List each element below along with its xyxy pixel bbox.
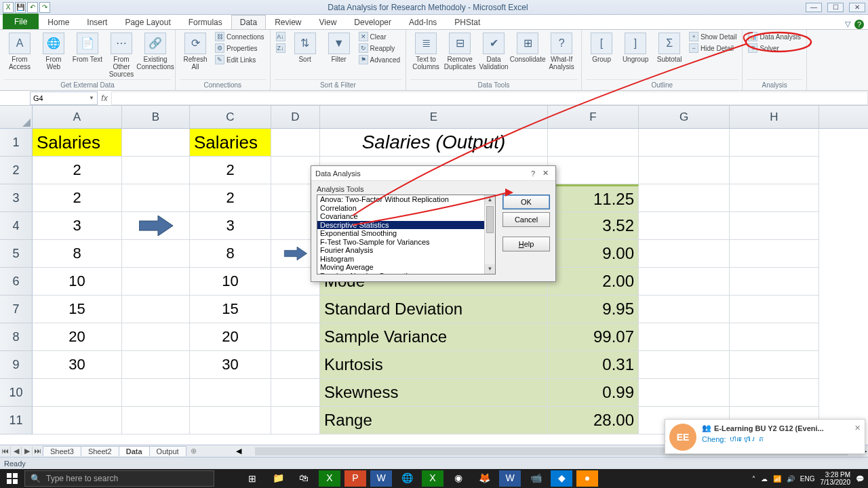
notification-toast[interactable]: EE 👥E-Learning BU Y2 G12 (Eveni... Cheng… (665, 419, 865, 454)
cell[interactable] (33, 379, 122, 407)
cell[interactable]: 2 (33, 184, 122, 212)
task-view-icon[interactable]: ⊞ (241, 470, 263, 487)
file-explorer-icon[interactable]: 📁 (267, 470, 289, 487)
row-header[interactable]: 4 (0, 212, 33, 240)
cell[interactable]: 15 (33, 296, 122, 323)
subtotal-button[interactable]: ΣSubtotal (654, 31, 685, 63)
cell[interactable] (639, 323, 730, 351)
cell[interactable]: 0.99 (548, 379, 639, 407)
from-web-button[interactable]: 🌐From Web (38, 31, 69, 70)
save-icon[interactable]: 💾 (15, 2, 26, 13)
sheet-tab[interactable]: Data (119, 446, 150, 456)
tab-formulas[interactable]: Formulas (180, 15, 231, 29)
refresh-all-button[interactable]: ⟳Refresh All (180, 31, 211, 70)
cell[interactable] (548, 129, 639, 157)
row-header[interactable]: 2 (0, 157, 33, 184)
cell[interactable] (122, 184, 190, 212)
from-access-button[interactable]: AFrom Access (4, 31, 35, 70)
cell[interactable] (730, 296, 819, 323)
cell[interactable]: Sample Variance (320, 323, 548, 351)
cell[interactable] (122, 296, 190, 323)
row-header[interactable]: 8 (0, 323, 33, 351)
sheet-nav-first[interactable]: ⏮ (0, 447, 11, 455)
row-header[interactable]: 5 (0, 240, 33, 268)
edge-icon[interactable]: 🌐 (396, 470, 418, 487)
analysis-tool-item[interactable]: Moving Average (317, 263, 495, 272)
dialog-help-icon[interactable]: ? (527, 169, 539, 178)
connections-button[interactable]: ⛓Connections (214, 31, 266, 42)
sheet-tab[interactable]: Sheet2 (81, 446, 119, 456)
tab-file[interactable]: File (3, 14, 39, 29)
cell[interactable] (122, 157, 190, 184)
chrome-icon[interactable]: ◉ (448, 470, 469, 487)
dialog-close-icon[interactable]: ✕ (539, 169, 551, 178)
cell[interactable]: 2 (190, 184, 271, 212)
remove-duplicates-button[interactable]: ⊟Remove Duplicates (444, 31, 475, 70)
action-center-icon[interactable]: 💬 (856, 475, 864, 483)
existing-conn-button[interactable]: 🔗Existing Connections (140, 31, 171, 70)
cell[interactable] (730, 379, 819, 407)
taskbar-search[interactable]: 🔍 Type here to search (24, 470, 214, 487)
listbox-scrollbar[interactable]: ▲ ▼ (484, 195, 495, 274)
new-sheet-button[interactable]: ⊕ (186, 447, 201, 455)
cell[interactable]: 8 (190, 240, 271, 268)
tab-review[interactable]: Review (266, 15, 310, 29)
data-analysis-button[interactable]: 📊Data Analysis (747, 31, 802, 42)
analysis-tool-item[interactable]: Histogram (317, 255, 495, 264)
cell[interactable]: 99.07 (548, 323, 639, 351)
name-box[interactable]: G4▼ (30, 92, 98, 105)
group-button[interactable]: [Group (586, 31, 617, 63)
cell[interactable]: Kurtosis (320, 351, 548, 379)
fx-icon[interactable]: fx (98, 94, 111, 103)
cell[interactable] (730, 268, 819, 296)
column-header[interactable]: F (548, 106, 639, 128)
cell[interactable]: Skewness (320, 379, 548, 407)
tab-phstat[interactable]: PHStat (446, 15, 489, 29)
hide-detail-button[interactable]: −Hide Detail (688, 43, 738, 54)
cell[interactable]: 2.00 (548, 268, 639, 296)
row-header[interactable]: 7 (0, 296, 33, 323)
cell[interactable] (122, 379, 190, 407)
app-icon[interactable]: ◆ (551, 470, 572, 487)
analysis-tool-item[interactable]: Anova: Two-Factor Without Replication (317, 195, 495, 204)
cell[interactable] (122, 407, 190, 434)
cell[interactable]: 3 (33, 212, 122, 240)
minimize-button[interactable]: — (806, 3, 822, 12)
system-clock[interactable]: 3:28 PM 7/13/2020 (821, 471, 851, 486)
ok-button[interactable]: OK (502, 195, 550, 209)
cell[interactable] (122, 268, 190, 296)
properties-button[interactable]: ⚙Properties (214, 43, 266, 54)
cell[interactable]: 3 (190, 212, 271, 240)
tab-developer[interactable]: Developer (345, 15, 400, 29)
analysis-tool-item[interactable]: Exponential Smoothing (317, 229, 495, 238)
cell[interactable]: 30 (190, 351, 271, 379)
analysis-tool-item[interactable]: Covariance (317, 212, 495, 221)
cell[interactable] (271, 407, 320, 434)
cell[interactable] (639, 296, 730, 323)
sheet-nav-last[interactable]: ⏭ (33, 447, 43, 455)
column-header[interactable]: B (122, 106, 190, 128)
from-other-button[interactable]: ⋯From Other Sources (106, 31, 137, 78)
cell[interactable] (730, 240, 819, 268)
column-header[interactable]: H (730, 106, 819, 128)
select-all-corner[interactable] (0, 106, 33, 128)
analysis-tool-item[interactable]: Descriptive Statistics (317, 221, 495, 230)
cell[interactable] (639, 268, 730, 296)
text-to-columns-button[interactable]: ≣Text to Columns (410, 31, 441, 70)
cell[interactable] (730, 157, 819, 184)
volume-icon[interactable]: 🔊 (787, 475, 795, 483)
solver-button[interactable]: ?Solver (747, 43, 802, 54)
cell[interactable] (122, 212, 190, 240)
cell[interactable] (639, 157, 730, 184)
cell[interactable]: 10 (190, 268, 271, 296)
cell[interactable]: 3.52 (548, 212, 639, 240)
sort-asc-button[interactable]: A↓ (275, 31, 287, 42)
row-header[interactable]: 1 (0, 129, 33, 157)
sheet-nav-next[interactable]: ▶ (22, 447, 33, 455)
cell[interactable]: 8 (33, 240, 122, 268)
clear-button[interactable]: ✕Clear (357, 31, 401, 42)
ungroup-button[interactable]: ]Ungroup (620, 31, 651, 63)
sort-button[interactable]: ⇅Sort (290, 31, 321, 63)
cell[interactable]: 0.31 (548, 351, 639, 379)
cell[interactable] (730, 323, 819, 351)
